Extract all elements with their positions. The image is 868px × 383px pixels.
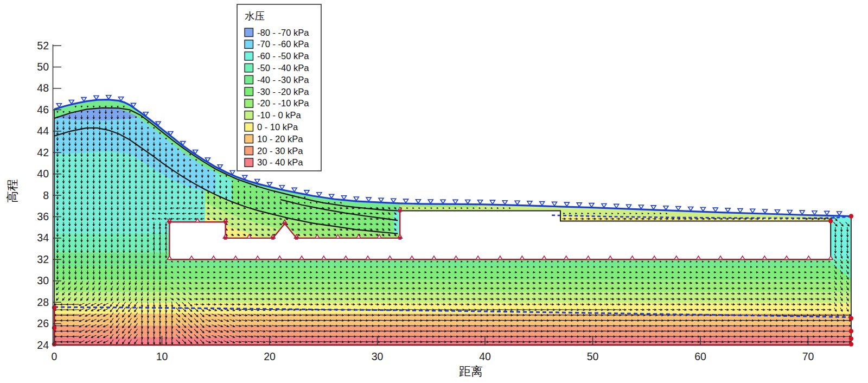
surface-bc-marker bbox=[700, 207, 705, 211]
surface-bc-marker bbox=[527, 201, 532, 205]
surface-bc-marker bbox=[416, 200, 420, 203]
seepage-bc-marker bbox=[542, 256, 546, 260]
corner-node bbox=[224, 237, 227, 240]
surface-bc-marker bbox=[663, 206, 668, 210]
seepage-bc-marker bbox=[498, 256, 502, 260]
legend-swatch bbox=[245, 75, 253, 84]
y-tick-label: 24 bbox=[37, 339, 49, 351]
y-tick-label: 26 bbox=[37, 317, 49, 329]
seepage-bc-marker bbox=[630, 256, 635, 260]
legend-entry-label: -10 - 0 kPa bbox=[257, 110, 302, 120]
surface-bc-marker bbox=[106, 95, 111, 99]
seepage-bc-marker bbox=[388, 256, 392, 260]
seepage-bc-marker bbox=[299, 256, 304, 260]
surface-bc-marker bbox=[812, 211, 817, 215]
legend-swatch bbox=[245, 28, 253, 37]
y-tick-label: 34 bbox=[37, 232, 49, 244]
surface-bc-marker bbox=[379, 198, 384, 202]
surface-bc-marker bbox=[515, 201, 520, 205]
y-axis-title: 高程 bbox=[5, 179, 19, 203]
surface-bc-marker bbox=[404, 199, 409, 203]
boundary-node-dot bbox=[849, 329, 853, 333]
legend-swatch bbox=[245, 146, 253, 155]
corner-node bbox=[271, 237, 275, 240]
seepage-bc-marker bbox=[520, 256, 524, 260]
x-tick-label: 10 bbox=[156, 350, 168, 362]
corner-node bbox=[283, 222, 286, 225]
surface-bc-marker bbox=[825, 211, 829, 215]
corner-node bbox=[398, 237, 401, 240]
surface-bc-marker bbox=[453, 200, 458, 203]
legend-entry-label: -70 - -60 kPa bbox=[257, 39, 309, 49]
seepage-bc-marker bbox=[233, 256, 238, 260]
seepage-bc-marker bbox=[256, 256, 260, 260]
legend-title: 水压 bbox=[245, 10, 265, 22]
x-tick-label: 60 bbox=[694, 350, 706, 362]
legend-swatch bbox=[245, 135, 253, 143]
surface-bc-marker bbox=[676, 207, 681, 210]
legend-entry-label: 30 - 40 kPa bbox=[257, 157, 303, 167]
seepage-bc-marker bbox=[564, 256, 569, 260]
y-tick-label: 40 bbox=[37, 168, 49, 180]
legend-swatch bbox=[245, 40, 253, 49]
seepage-bc-marker bbox=[278, 256, 282, 260]
surface-bc-marker bbox=[688, 207, 693, 210]
boundary-node-dot bbox=[849, 342, 853, 346]
surface-bc-marker bbox=[800, 210, 805, 214]
surface-bc-marker bbox=[552, 202, 557, 206]
legend-entry-label: -30 - -20 kPa bbox=[257, 87, 309, 97]
surface-bc-marker bbox=[94, 95, 99, 99]
legend-entry-label: -60 - -50 kPa bbox=[257, 51, 309, 61]
surface-bc-marker bbox=[354, 197, 359, 201]
x-tick-label: 40 bbox=[479, 350, 491, 362]
surface-bc-marker bbox=[626, 205, 631, 208]
y-tick-label: 30 bbox=[37, 275, 49, 286]
surface-bc-marker bbox=[589, 203, 594, 207]
surface-bc-marker bbox=[750, 209, 755, 213]
legend-entry-label: 20 - 30 kPa bbox=[257, 146, 303, 156]
seepage-bc-marker bbox=[322, 256, 326, 260]
x-tick-label: 70 bbox=[802, 350, 814, 362]
pressure-band-0 bbox=[54, 337, 857, 345]
legend-entry-label: 10 - 20 kPa bbox=[257, 134, 303, 144]
legend: 水压-80 - -70 kPa-70 - -60 kPa-60 - -50 kP… bbox=[237, 4, 321, 171]
legend-swatch bbox=[245, 63, 253, 72]
surface-bc-marker bbox=[651, 206, 656, 209]
corner-node bbox=[295, 237, 298, 240]
boundary-node-dot bbox=[849, 316, 853, 321]
pressure-band-8 bbox=[54, 234, 857, 252]
surface-bc-marker bbox=[787, 210, 792, 214]
boundary-node-dot bbox=[849, 336, 853, 341]
seepage-bc-marker bbox=[608, 256, 612, 260]
y-tick-label: 50 bbox=[37, 61, 49, 73]
x-tick-label: 50 bbox=[587, 350, 599, 362]
surface-bc-marker bbox=[540, 202, 545, 206]
surface-bc-marker bbox=[738, 209, 743, 213]
fill-layer bbox=[54, 88, 857, 345]
legend-entry-label: -80 - -70 kPa bbox=[257, 28, 309, 37]
seepage-bc-marker bbox=[807, 256, 811, 260]
y-tick-label: 36 bbox=[37, 210, 49, 222]
seepage-bc-marker bbox=[586, 256, 590, 260]
legend-entry-label: 0 - 10 kPa bbox=[257, 122, 298, 132]
y-tick-label: 46 bbox=[37, 104, 49, 116]
y-tick-label: 28 bbox=[37, 296, 49, 308]
seepage-bc-marker bbox=[432, 256, 436, 260]
y-tick-label: 42 bbox=[37, 146, 49, 158]
seepage-bc-marker bbox=[189, 256, 194, 260]
surface-bc-marker bbox=[564, 202, 569, 206]
seepage-bc-marker bbox=[343, 256, 348, 260]
legend-entry-label: -50 - -40 kPa bbox=[257, 63, 309, 73]
y-tick-label: 52 bbox=[37, 40, 49, 52]
legend-swatch bbox=[245, 158, 253, 167]
y-tick-label: 44 bbox=[37, 125, 49, 137]
seepage-bc-marker bbox=[741, 256, 745, 260]
y-tick-label: 32 bbox=[37, 253, 49, 265]
legend-entry-label: -40 - -30 kPa bbox=[257, 75, 309, 85]
seepage-bc-marker bbox=[454, 256, 458, 260]
y-tick-label: 8 bbox=[43, 189, 49, 201]
surface-bc-marker bbox=[725, 208, 730, 212]
legend-swatch bbox=[245, 99, 253, 108]
seepage-bc-marker bbox=[212, 256, 216, 260]
boundary-node-dot bbox=[828, 219, 833, 223]
